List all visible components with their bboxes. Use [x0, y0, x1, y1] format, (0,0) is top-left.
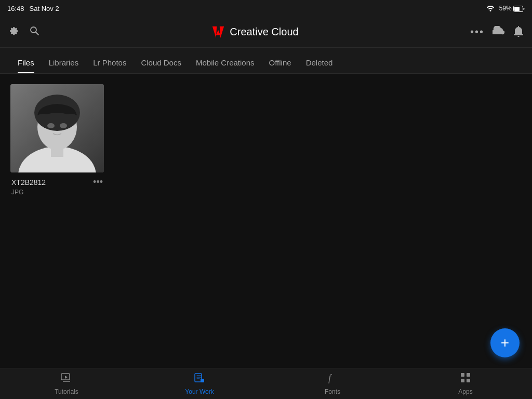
- adobe-logo-icon: [211, 25, 225, 39]
- app-title-area: Creative Cloud: [211, 25, 298, 39]
- svg-point-10: [47, 123, 55, 128]
- tutorials-icon: [61, 372, 72, 386]
- date-display: Sat Nov 2: [30, 5, 59, 12]
- search-icon[interactable]: [29, 25, 39, 38]
- nav-label-your-work: Your Work: [185, 388, 214, 395]
- fonts-icon: f: [327, 372, 338, 386]
- tabs-bar: Files Libraries Lr Photos Cloud Docs Mob…: [0, 48, 532, 74]
- svg-rect-15: [201, 379, 204, 382]
- fab-plus-icon: +: [501, 336, 509, 350]
- svg-line-3: [36, 32, 38, 35]
- file-thumbnail: [10, 84, 104, 172]
- svg-rect-19: [461, 379, 464, 382]
- nav-label-tutorials: Tutorials: [55, 388, 78, 395]
- svg-rect-18: [467, 373, 470, 377]
- header: Creative Cloud •••: [0, 17, 532, 48]
- nav-item-tutorials[interactable]: Tutorials: [0, 368, 133, 399]
- file-card[interactable]: XT2B2812 ••• JPG: [10, 84, 104, 196]
- tab-cloud-docs[interactable]: Cloud Docs: [134, 58, 189, 73]
- svg-point-11: [60, 123, 67, 128]
- bottom-nav: Tutorials Your Work f Fonts: [0, 368, 532, 399]
- nav-item-fonts[interactable]: f Fonts: [266, 368, 399, 399]
- tab-offline[interactable]: Offline: [262, 58, 299, 73]
- svg-rect-20: [467, 379, 470, 382]
- svg-rect-1: [514, 7, 520, 11]
- apps-icon: [460, 372, 471, 386]
- time-display: 16:48: [7, 5, 24, 12]
- nav-label-fonts: Fonts: [325, 388, 340, 395]
- file-type: JPG: [10, 189, 104, 196]
- file-more-button[interactable]: •••: [93, 177, 103, 188]
- main-content: XT2B2812 ••• JPG: [0, 74, 532, 368]
- more-icon[interactable]: •••: [470, 26, 484, 38]
- thumbnail-image: [10, 84, 104, 172]
- your-work-icon: [194, 372, 205, 386]
- svg-text:f: f: [328, 373, 332, 383]
- nav-item-your-work[interactable]: Your Work: [133, 368, 266, 399]
- nav-label-apps: Apps: [458, 388, 472, 395]
- fab-button[interactable]: +: [490, 328, 520, 357]
- tab-libraries[interactable]: Libraries: [42, 58, 86, 73]
- tab-files[interactable]: Files: [10, 58, 42, 73]
- svg-rect-17: [461, 373, 464, 377]
- svg-point-2: [31, 27, 36, 33]
- tab-mobile-creations[interactable]: Mobile Creations: [189, 58, 262, 73]
- wifi-icon: [486, 4, 495, 13]
- tab-lr-photos[interactable]: Lr Photos: [86, 58, 134, 73]
- tab-deleted[interactable]: Deleted: [299, 58, 340, 73]
- bell-icon[interactable]: [513, 25, 524, 39]
- cloud-icon[interactable]: [493, 26, 505, 38]
- file-info: XT2B2812 •••: [10, 177, 104, 188]
- battery-display: 59%: [499, 5, 525, 12]
- gear-icon[interactable]: [8, 25, 19, 38]
- app-title: Creative Cloud: [230, 26, 298, 38]
- file-name: XT2B2812: [11, 178, 46, 187]
- nav-item-apps[interactable]: Apps: [399, 368, 532, 399]
- status-bar: 16:48 Sat Nov 2 59%: [0, 0, 532, 17]
